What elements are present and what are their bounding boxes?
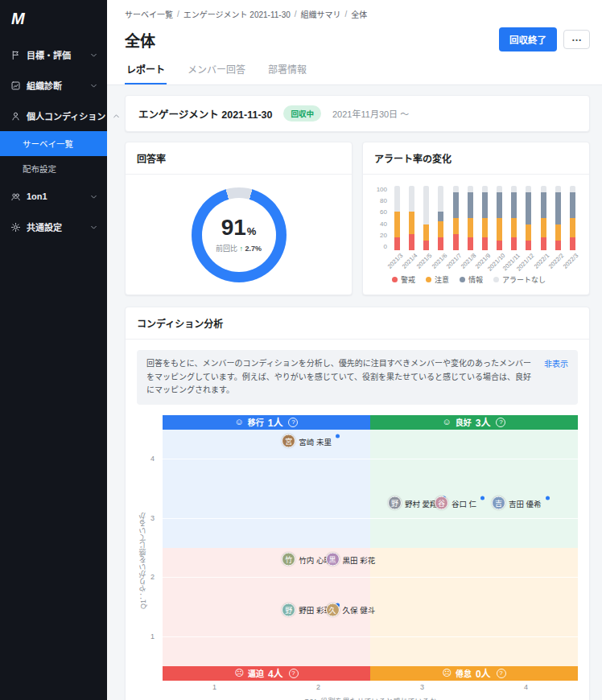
x-tick-label: 1 (212, 683, 216, 691)
survey-title: エンゲージメント 2021-11-30 (138, 106, 272, 121)
person-icon (10, 111, 21, 121)
sad-face-icon: ☹ (442, 669, 451, 677)
condition-map: ☺ 移行 1人 ? ☺ 良好 3人 ? (163, 415, 578, 681)
chevron-down-icon (89, 191, 99, 202)
sidebar-nav: 目標・評価組織診断個人コンディションサーベイ一覧配布設定1on1共通設定 (0, 39, 107, 242)
gridline (163, 636, 578, 637)
member-marker[interactable]: 竹竹内 心晴 (282, 553, 332, 566)
member-marker[interactable]: 黒黒田 彩花 (326, 553, 376, 566)
stacked-bar (511, 186, 517, 250)
member-marker[interactable]: 久久保 健斗 (326, 603, 376, 616)
more-button[interactable]: … (563, 30, 590, 49)
sidebar-item-org-diagnosis[interactable]: 組織診断 (0, 70, 107, 101)
member-name: 吉田 優希 (509, 497, 542, 509)
chevron-down-icon (89, 222, 99, 233)
member-name: 宮崎 未里 (299, 435, 332, 447)
unread-dot (336, 434, 340, 439)
condition-title: コンディション分析 (126, 307, 589, 340)
close-collection-button[interactable]: 回収終了 (499, 27, 557, 51)
response-rate-donut: 91% 前回比 ↑ 2.7% (192, 187, 287, 282)
help-icon[interactable]: ? (289, 669, 299, 678)
member-name: 野村 愛翔 (405, 497, 438, 509)
x-tick-label: 2021/7 (453, 250, 459, 273)
tab-department-info[interactable]: 部署情報 (266, 62, 308, 84)
breadcrumb-item[interactable]: 組織サマリ (301, 8, 341, 20)
hide-link[interactable]: 非表示 (544, 357, 568, 397)
breadcrumb-item[interactable]: サーベイ一覧 (125, 8, 173, 20)
breadcrumb-separator: / (295, 10, 297, 19)
quadrant-bg-top-right (370, 430, 578, 548)
y-tick-label: 20 (380, 232, 387, 239)
y-tick-label: 4 (150, 455, 155, 463)
smile-face-icon: ☺ (235, 418, 244, 426)
breadcrumb-item: 全体 (351, 8, 367, 20)
x-tick-label: 2021/5 (423, 250, 429, 273)
quadrant-label: 倦怠 (456, 667, 472, 679)
stacked-bar (555, 186, 561, 250)
sidebar-item-common-settings[interactable]: 共通設定 (0, 212, 107, 242)
gridline (163, 459, 578, 459)
stacked-bar (453, 186, 459, 250)
tab-report[interactable]: レポート (125, 62, 167, 84)
stacked-bar (570, 186, 575, 250)
member-marker[interactable]: 吉吉田 優希 (492, 496, 550, 510)
sidebar-item-personal-condition[interactable]: 個人コンディション (0, 101, 107, 131)
alert-rate-chart: 1008060402002021/32021/42021/52021/62021… (363, 175, 589, 273)
legend-item: 警戒 (392, 274, 415, 285)
condition-map-area: Q1：やりがいを感じているか ☺ 移行 1人 ? (137, 415, 578, 700)
x-axis-ticks: 1234 (163, 683, 578, 694)
x-tick-label: 2021/8 (468, 250, 473, 273)
response-rate-value: 91% (221, 216, 257, 239)
x-tick-label: 2021/6 (438, 250, 443, 273)
x-tick-label: 2021/4 (409, 250, 414, 273)
survey-summary-bar: エンゲージメント 2021-11-30 回収中 2021年11月30日 〜 (125, 95, 590, 132)
member-marker[interactable]: 宮宮崎 未里 (282, 434, 340, 448)
sidebar: M 目標・評価組織診断個人コンディションサーベイ一覧配布設定1on1共通設定 (0, 0, 107, 700)
quadrant-label: 良好 (456, 416, 472, 428)
y-tick-label: 60 (380, 208, 387, 216)
y-tick-label: 100 (377, 186, 387, 193)
x-tick-label: 2022/1 (541, 250, 546, 273)
x-tick-label: 3 (420, 683, 424, 691)
gear-icon (10, 222, 21, 233)
breadcrumb-item[interactable]: エンゲージメント 2021-11-30 (183, 8, 291, 20)
quadrant-count: 4人 (268, 666, 283, 680)
sidebar-item-distribution-settings[interactable]: 配布設定 (0, 156, 107, 181)
stacked-bar (482, 186, 488, 250)
response-rate-compare: 前回比 ↑ 2.7% (216, 243, 262, 253)
y-tick-label: 1 (150, 632, 155, 640)
help-icon[interactable]: ? (288, 418, 298, 427)
quadrant-count: 0人 (476, 666, 491, 680)
tab-member-answers[interactable]: メンバー回答 (186, 62, 247, 84)
unread-dot (546, 496, 550, 500)
gridline (163, 577, 578, 578)
avatar: 黒 (326, 553, 340, 566)
avatar: 吉 (492, 496, 505, 510)
app-logo[interactable]: M (0, 0, 107, 39)
y-tick-label: 3 (150, 514, 155, 522)
sidebar-item-goal-evaluation[interactable]: 目標・評価 (0, 39, 107, 70)
member-marker[interactable]: 谷谷口 仁 (435, 496, 484, 510)
sidebar-item-survey-list[interactable]: サーベイ一覧 (0, 131, 107, 156)
response-rate-title: 回答率 (126, 142, 352, 175)
status-badge: 回収中 (283, 105, 321, 121)
sidebar-item-one-on-one[interactable]: 1on1 (0, 181, 107, 212)
main: サーベイ一覧/エンゲージメント 2021-11-30/組織サマリ/全体 全体 回… (107, 0, 602, 700)
page-header: サーベイ一覧/エンゲージメント 2021-11-30/組織サマリ/全体 全体 回… (107, 0, 602, 85)
quadrant-header-top-right: ☺ 良好 3人 ? (370, 415, 578, 430)
help-icon[interactable]: ? (497, 669, 506, 678)
org-diagnosis-icon (10, 80, 21, 91)
x-tick-label: 4 (524, 683, 528, 691)
condition-description: 回答をもとに、メンバーのコンディションを分析し、優先的に注目すべきメンバーや変化… (146, 357, 533, 397)
condition-map-plot: 4321宮宮崎 未里野野村 愛翔谷谷口 仁吉吉田 優希竹竹内 心晴黒黒田 彩花野… (163, 430, 578, 666)
member-name: 黒田 彩花 (343, 554, 376, 565)
sad-face-icon: ☹ (234, 669, 243, 677)
smile-face-icon: ☺ (443, 418, 452, 426)
breadcrumb-separator: / (177, 10, 179, 19)
quadrant-headers-top: ☺ 移行 1人 ? ☺ 良好 3人 ? (163, 415, 578, 430)
stacked-bar (526, 186, 531, 250)
y-axis-label: Q1：やりがいを感じているか (137, 415, 148, 700)
response-rate-unit: % (247, 225, 257, 237)
help-icon[interactable]: ? (496, 418, 505, 427)
stacked-bar (497, 186, 502, 250)
